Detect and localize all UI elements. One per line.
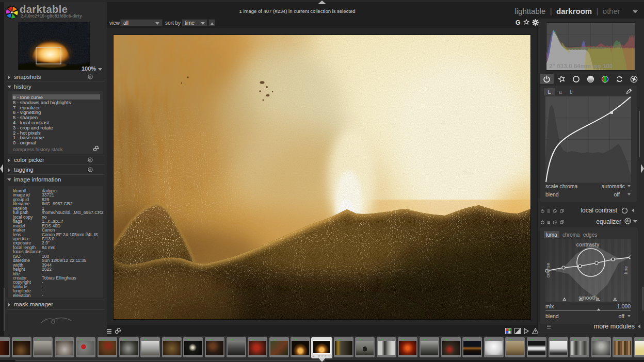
svg-text:fine: fine [623, 266, 629, 274]
svg-text:coarse: coarse [545, 262, 551, 277]
svg-text:smooth: smooth [578, 295, 597, 301]
svg-text:contrasty: contrasty [576, 242, 599, 248]
svg-text:2ʺ f/13.0 84mm iso 100: 2ʺ f/13.0 84mm iso 100 [549, 63, 613, 69]
